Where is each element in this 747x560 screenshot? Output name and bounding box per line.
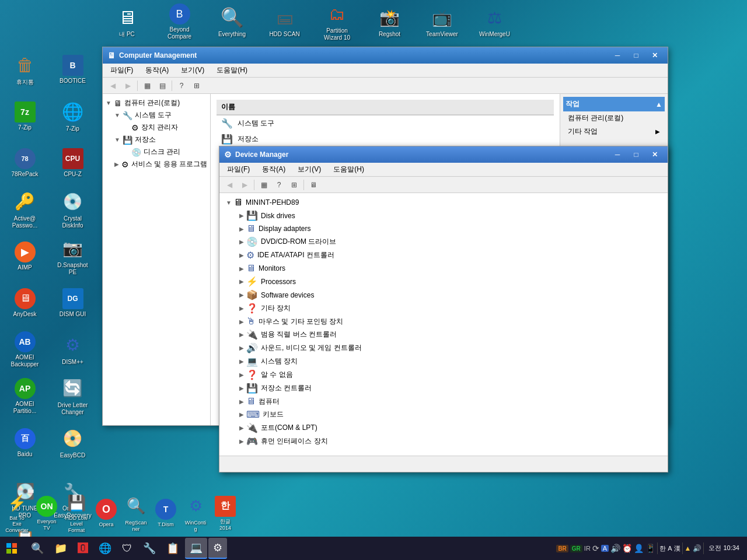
dm-item-dvdcdrom[interactable]: ▶ 💿 DVD/CD-ROM 드라이브 xyxy=(219,235,668,249)
user-tray-icon[interactable]: 👤 xyxy=(634,544,644,553)
taskbar-devicemgr-active[interactable]: ⚙ xyxy=(208,538,227,559)
a-tray-icon[interactable]: A xyxy=(601,545,609,552)
cm-maximize-button[interactable]: □ xyxy=(628,50,644,61)
taskbar-explorer[interactable]: 📁 xyxy=(50,538,72,559)
cm-view2-button[interactable]: ▤ xyxy=(155,79,169,92)
taskbar-search[interactable]: 🔍 xyxy=(26,538,48,559)
desktop-icon-everyontv[interactable]: ON EveryonTV xyxy=(34,491,60,536)
desktop-icon-hddlowlevel[interactable]: 💾 HDD Low Level Format xyxy=(62,491,90,536)
desktop-icon-easybcd[interactable]: 📀 EasyBCD xyxy=(51,420,95,466)
desktop-icon-wincontig[interactable]: ⚙ WinContig xyxy=(181,491,210,536)
desktop-icon-hangul2014[interactable]: 한 한글 2014 xyxy=(212,491,238,536)
desktop-icon-regscanner[interactable]: 🔍 RegScanner xyxy=(122,491,150,536)
dm-item-hid[interactable]: ▶ 🎮 휴먼 인터페이스 장치 xyxy=(219,435,668,448)
dm-item-computer[interactable]: ▶ 🖥 컴퓨터 xyxy=(219,395,668,408)
taskbar-computermgmt-active[interactable]: 💻 xyxy=(185,538,207,559)
desktop-icon-bootice[interactable]: B BOOTICE xyxy=(51,47,95,92)
desktop-icon-chrome[interactable]: 🌐 7-Zip xyxy=(51,93,95,139)
desktop-icon-mypc[interactable]: 🖥 내 PC xyxy=(105,0,149,45)
cm-export-button[interactable]: ⊞ xyxy=(190,79,204,92)
cm-close-button[interactable]: ✕ xyxy=(647,50,663,61)
tray-lang-chinese[interactable]: 漢 xyxy=(674,544,680,553)
desktop-icon-dismpp[interactable]: ⚙ DISM++ xyxy=(51,327,95,372)
cm-help-button[interactable]: ? xyxy=(174,79,189,92)
dm-menu-file[interactable]: 파일(F) xyxy=(222,163,254,176)
desktop-icon-tdism[interactable]: T T.Dism xyxy=(153,491,179,536)
dm-menu-action[interactable]: 동작(A) xyxy=(257,163,290,176)
desktop-icon-battoexe[interactable]: ⚡ Bat To Exe Converter xyxy=(3,491,31,536)
dm-item-mouse[interactable]: ▶ 🖱 마우스 및 기타 포인팅 장치 xyxy=(219,315,668,328)
desktop-icon-everything[interactable]: 🔍 Everything xyxy=(210,0,254,45)
dm-minimize-button[interactable]: ─ xyxy=(609,149,626,160)
dm-monitor-button[interactable]: 🖥 xyxy=(306,178,320,191)
taskbar-shield[interactable]: 🛡 xyxy=(117,538,137,559)
desktop-icon-opera[interactable]: O Opera xyxy=(93,491,119,536)
cm-tree-diskmgmt[interactable]: 💿 디스크 관리 xyxy=(103,146,210,158)
dm-maximize-button[interactable]: □ xyxy=(628,149,644,160)
dm-item-storagecontroller[interactable]: ▶ 💾 저장소 컨트롤러 xyxy=(219,382,668,395)
desktop-icon-dsnapshot[interactable]: 📷 D.Snapshot PE xyxy=(51,233,95,279)
dm-item-unknown[interactable]: ▶ ❓ 알 수 없음 xyxy=(219,368,668,382)
cm-tree-devicemgr[interactable]: ⚙ 장치 관리자 xyxy=(103,121,210,134)
cm-back-button[interactable]: ◀ xyxy=(106,79,120,92)
cm-section-systemtools[interactable]: 🔧 시스템 도구 xyxy=(217,116,554,131)
desktop-icon-cpuz[interactable]: CPU CPU-Z xyxy=(51,140,95,186)
mobile-tray-icon[interactable]: 📱 xyxy=(645,544,655,553)
clock-tray-icon[interactable]: ⏰ xyxy=(622,544,632,553)
desktop-icon-activepassword[interactable]: 🔑 Active@ Passwo... xyxy=(3,187,47,232)
cm-tree-systemtools[interactable]: ▼ 🔧 시스템 도구 xyxy=(103,109,210,121)
dm-close-button[interactable]: ✕ xyxy=(647,149,663,160)
cm-menu-file[interactable]: 파일(F) xyxy=(106,64,138,76)
dm-forward-button[interactable]: ▶ xyxy=(238,178,252,191)
cm-menu-view[interactable]: 보기(V) xyxy=(176,64,209,76)
desktop-icon-partitionwizard[interactable]: 🗂 Partition Wizard 10 xyxy=(315,0,359,45)
cm-view-button[interactable]: ▦ xyxy=(140,79,154,92)
dm-root-node[interactable]: ▼ 🖥 MININT-PEHD89 xyxy=(219,196,668,209)
dm-back-button[interactable]: ◀ xyxy=(222,178,236,191)
desktop-icon-hddscan[interactable]: 🖴 HDD SCAN xyxy=(263,0,306,45)
dm-item-usb[interactable]: ▶ 🔌 범용 직렬 버스 컨트롤러 xyxy=(219,328,668,341)
cm-tree-storage[interactable]: ▼ 💾 저장소 xyxy=(103,134,210,146)
dm-item-otherdevices[interactable]: ▶ ❓ 기타 장치 xyxy=(219,302,668,315)
desktop-icon-aomeibackup[interactable]: AB AOMEI Backupper xyxy=(3,327,47,372)
dm-item-ideata[interactable]: ▶ ⚙ IDE ATA/ATAPI 컨트롤러 xyxy=(219,249,668,262)
desktop-icon-regshot[interactable]: 📸 Regshot xyxy=(368,0,411,45)
dm-view1-button[interactable]: ▦ xyxy=(257,178,271,191)
dm-item-keyboard[interactable]: ▶ ⌨ 키보드 xyxy=(219,408,668,421)
cm-minimize-button[interactable]: ─ xyxy=(609,50,626,61)
taskbar-registry[interactable]: 📋 xyxy=(162,538,184,559)
tray-indicator-up[interactable]: ▲ xyxy=(685,544,692,552)
taskbar-tools[interactable]: 🔧 xyxy=(138,538,160,559)
desktop-icon-driveletter[interactable]: 🔄 Drive Letter Changer xyxy=(51,373,95,419)
dm-item-systemdevices[interactable]: ▶ 💻 시스템 장치 xyxy=(219,355,668,368)
cm-menu-action[interactable]: 동작(A) xyxy=(141,64,173,76)
desktop-icon-teamviewer[interactable]: 📺 TeamViewer xyxy=(420,0,464,45)
start-button[interactable] xyxy=(0,537,23,560)
tray-lang-english[interactable]: A xyxy=(668,545,672,552)
dm-item-monitors[interactable]: ▶ 🖥 Monitors xyxy=(219,262,668,275)
taskbar-opera[interactable]: 🅾 xyxy=(73,538,93,559)
desktop-icon-7zip[interactable]: 7z 7-Zip xyxy=(3,93,47,139)
desktop-icon-winmerge[interactable]: ⚖ WinMergeU xyxy=(473,0,516,45)
desktop-icon-trash[interactable]: 🗑 휴지통 xyxy=(3,47,47,92)
cm-tree-root[interactable]: ▼ 🖥 컴퓨터 관리(로컬) xyxy=(103,97,210,109)
desktop-icon-aomeipartition[interactable]: AP AOMEI Partitio... xyxy=(3,373,47,419)
dm-item-ports[interactable]: ▶ 🔌 포트(COM & LPT) xyxy=(219,421,668,435)
dm-item-softwaredevices[interactable]: ▶ 📦 Software devices xyxy=(219,288,668,302)
cm-tree-services[interactable]: ▶ ⚙ 서비스 및 응용 프로그램 xyxy=(103,158,210,170)
cm-action-local[interactable]: 컴퓨터 관리(로컬) xyxy=(563,111,665,125)
cm-action-other[interactable]: 기타 작업 ▶ xyxy=(563,125,665,138)
dm-view2-button[interactable]: ⊞ xyxy=(287,178,301,191)
tray-lang-korean[interactable]: 한 xyxy=(659,544,666,553)
dm-item-processors[interactable]: ▶ ⚡ Processors xyxy=(219,275,668,288)
desktop-icon-anydesk[interactable]: 🖥 AnyDesk xyxy=(3,280,47,326)
gr-tray-icon[interactable]: GR xyxy=(570,545,582,552)
desktop-icon-baidu[interactable]: 百 Baidu xyxy=(3,420,47,466)
cm-section-storage[interactable]: 💾 저장소 xyxy=(217,131,554,147)
dm-help-button[interactable]: ? xyxy=(272,178,286,191)
cm-forward-button[interactable]: ▶ xyxy=(121,79,135,92)
tray-volume[interactable]: 🔊 xyxy=(693,544,701,552)
dm-item-diskdrives[interactable]: ▶ 💾 Disk drives xyxy=(219,209,668,222)
cm-panel-collapse-icon[interactable]: ▲ xyxy=(655,100,662,108)
desktop-icon-beyondcompare[interactable]: B Beyond Compare xyxy=(158,0,201,45)
